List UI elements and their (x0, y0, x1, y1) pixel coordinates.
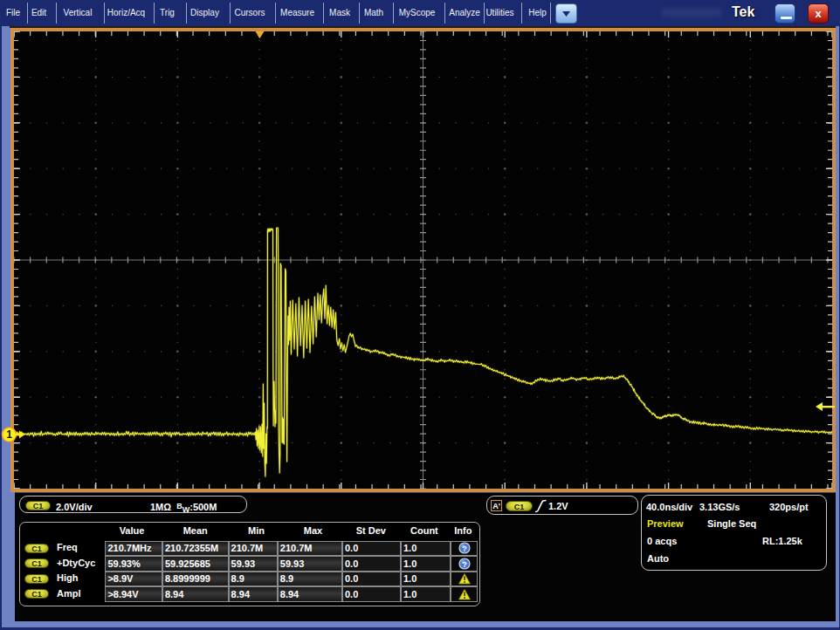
svg-text:?: ? (462, 559, 467, 568)
svg-text:1: 1 (6, 428, 12, 441)
svg-text:?: ? (462, 544, 467, 553)
